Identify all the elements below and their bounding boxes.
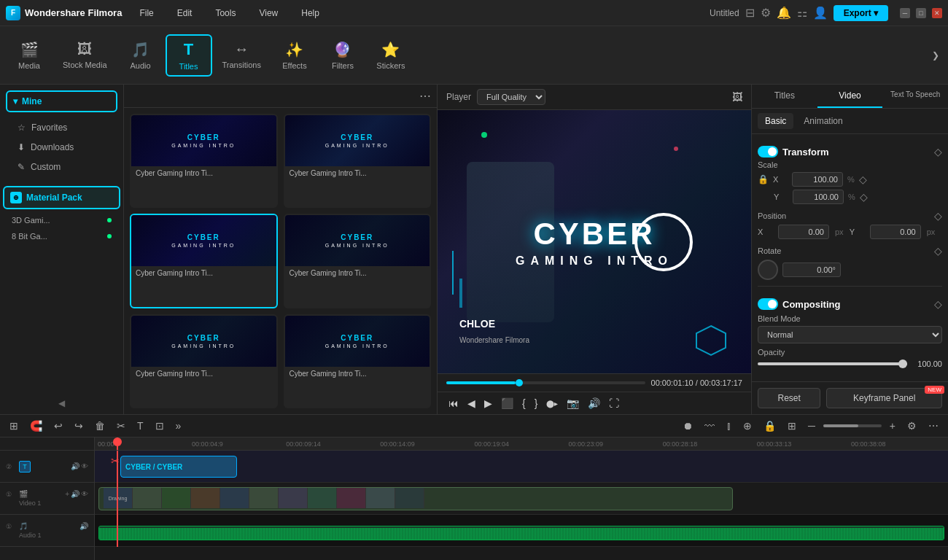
menu-edit[interactable]: Edit — [171, 5, 198, 21]
tl-text-button[interactable]: T — [133, 418, 147, 434]
skip-back-button[interactable]: ⏮ — [446, 395, 461, 411]
tab-text-to-speech[interactable]: Text To Speech — [882, 85, 948, 108]
collapse-panel-button[interactable]: ◀ — [0, 392, 123, 414]
title-card-2[interactable]: CYBER GAMING INTRO Cyber Gaming Intro Ti… — [284, 114, 432, 208]
tl-cut-button[interactable]: ✂ — [113, 418, 129, 434]
fullscreen-button[interactable]: ⛶ — [607, 395, 621, 411]
scale-x-keyframe[interactable]: ◇ — [859, 174, 867, 185]
toolbar-more-arrow[interactable]: ❯ — [929, 47, 942, 63]
apps-icon[interactable]: ⚏ — [797, 6, 807, 20]
tl-split-button[interactable]: ⫿ — [723, 418, 735, 434]
mine-header[interactable]: ▾ Mine — [6, 90, 117, 112]
mark-in-button[interactable]: { — [520, 395, 528, 411]
track-2-visibility[interactable]: 👁 — [81, 462, 88, 470]
menu-help[interactable]: Help — [295, 5, 325, 21]
toolbar-transitions[interactable]: ↔ Transitions — [214, 36, 270, 74]
position-y-input[interactable] — [870, 225, 921, 239]
menu-tools[interactable]: Tools — [209, 5, 241, 21]
scale-x-input[interactable] — [792, 172, 843, 187]
title-card-6[interactable]: CYBER GAMING INTRO Cyber Gaming Intro Ti… — [284, 314, 432, 408]
menu-file[interactable]: File — [133, 5, 159, 21]
title-card-5[interactable]: CYBER GAMING INTRO Cyber Gaming Intro Ti… — [130, 314, 278, 408]
toolbar-titles[interactable]: T Titles — [166, 34, 212, 77]
tl-more2-button[interactable]: ⋯ — [925, 418, 942, 434]
play-button[interactable]: ▶ — [482, 395, 494, 411]
maximize-button[interactable]: □ — [916, 8, 926, 18]
tab-video[interactable]: Video — [817, 85, 883, 108]
toolbar-audio[interactable]: 🎵 Audio — [117, 36, 164, 74]
compositing-keyframe-icon[interactable]: ◇ — [934, 298, 942, 310]
sidebar-material-pack[interactable]: ⊕ Material Pack — [3, 186, 120, 209]
keyframe-panel-button[interactable]: Keyframe Panel NEW — [826, 388, 942, 408]
sidebar-item-custom[interactable]: ✎ Custom — [9, 158, 114, 176]
clip-select-button[interactable]: ⬤▸ — [544, 397, 560, 410]
close-button[interactable]: ✕ — [932, 8, 942, 18]
transform-toggle[interactable] — [758, 146, 778, 158]
rotate-dial[interactable] — [758, 260, 778, 280]
toolbar-media[interactable]: 🎬 Media — [6, 36, 53, 74]
rotate-keyframe[interactable]: ◇ — [934, 245, 942, 257]
title-card-3[interactable]: CYBER GAMING INTRO Cyber Gaming Intro Ti… — [130, 214, 278, 308]
frame-back-button[interactable]: ◀ — [465, 395, 478, 411]
tl-more-button[interactable]: » — [172, 418, 185, 434]
minimize-button[interactable]: ─ — [900, 8, 910, 18]
volume-button[interactable]: 🔊 — [586, 395, 602, 411]
toolbar-filters[interactable]: 🔮 Filters — [319, 36, 366, 74]
tl-redo-button[interactable]: ↪ — [71, 418, 87, 434]
sidebar-item-favorites[interactable]: ☆ Favorites — [9, 118, 114, 137]
position-keyframe[interactable]: ◇ — [934, 210, 942, 222]
opacity-slider[interactable] — [758, 362, 907, 365]
audio-1-volume[interactable]: 🔊 — [79, 522, 88, 530]
quality-select[interactable]: Full Quality — [477, 89, 545, 105]
tl-record-button[interactable]: ⏺ — [679, 418, 696, 434]
tl-undo-button[interactable]: ↩ — [50, 418, 66, 434]
tl-crop-button[interactable]: ⊡ — [152, 418, 168, 434]
position-x-input[interactable] — [778, 225, 829, 239]
settings-icon[interactable]: ⚙ — [761, 6, 771, 20]
opacity-thumb[interactable] — [898, 359, 907, 368]
compositing-toggle[interactable] — [758, 298, 778, 310]
lock-icon[interactable]: 🔒 — [758, 174, 769, 184]
minimize-window-icon[interactable]: ⊟ — [745, 6, 755, 20]
scale-y-keyframe[interactable]: ◇ — [860, 191, 868, 203]
toolbar-effects[interactable]: ✨ Effects — [271, 36, 318, 74]
sub-tab-animation[interactable]: Animation — [796, 113, 850, 129]
blend-mode-select[interactable]: Normal — [758, 326, 942, 343]
title-clip[interactable]: CYBER / CYBER — [120, 456, 237, 478]
sidebar-3d-gaming[interactable]: 3D Gami... — [0, 212, 123, 228]
tl-zoom-in-button[interactable]: + — [886, 418, 899, 434]
snapshot-button[interactable]: 📷 — [564, 395, 581, 411]
tl-delete-button[interactable]: 🗑 — [91, 418, 109, 434]
more-options-button[interactable]: ⋯ — [419, 89, 431, 103]
track-1-visibility[interactable]: 👁 — [81, 490, 88, 498]
export-button[interactable]: Reset Export ▾ — [834, 5, 888, 21]
reset-button[interactable]: Reset — [758, 388, 820, 408]
tl-grid-button[interactable]: ⊞ — [6, 418, 22, 434]
notification-icon[interactable]: 🔔 — [777, 6, 791, 20]
tl-magnet-button[interactable]: 🧲 — [26, 418, 46, 434]
toolbar-stickers[interactable]: ⭐ Stickers — [368, 36, 414, 74]
tl-lock-button[interactable]: 🔒 — [760, 418, 780, 434]
scale-y-input[interactable] — [793, 190, 844, 204]
mark-out-button[interactable]: } — [532, 395, 540, 411]
audio-clip[interactable] — [98, 526, 944, 540]
video-clip[interactable]: Drawing — [98, 487, 733, 510]
tl-waveform-button[interactable]: 〰 — [701, 418, 718, 434]
tl-speed-button[interactable]: ⊞ — [784, 418, 800, 434]
tab-titles[interactable]: Titles — [752, 85, 817, 108]
timeline-zoom-slider[interactable] — [823, 424, 882, 427]
tl-settings-button[interactable]: ⚙ — [904, 418, 920, 434]
tl-group-button[interactable]: ⊕ — [739, 418, 755, 434]
preview-settings-icon[interactable]: 🖼 — [732, 91, 742, 103]
sidebar-8bit[interactable]: 8 Bit Ga... — [0, 228, 123, 244]
sub-tab-basic[interactable]: Basic — [758, 113, 793, 129]
progress-bar[interactable] — [446, 381, 645, 384]
stop-button[interactable]: ⬛ — [499, 395, 516, 411]
toolbar-stock-media[interactable]: 🖼 Stock Media — [54, 36, 116, 74]
track-2-audio[interactable]: 🔊 — [71, 462, 79, 470]
track-1-audio[interactable]: 🔊 — [71, 490, 79, 498]
title-card-4[interactable]: CYBER GAMING INTRO Cyber Gaming Intro Ti… — [284, 214, 432, 308]
menu-view[interactable]: View — [253, 5, 284, 21]
rotate-input[interactable] — [782, 262, 841, 277]
account-icon[interactable]: 👤 — [813, 6, 828, 20]
